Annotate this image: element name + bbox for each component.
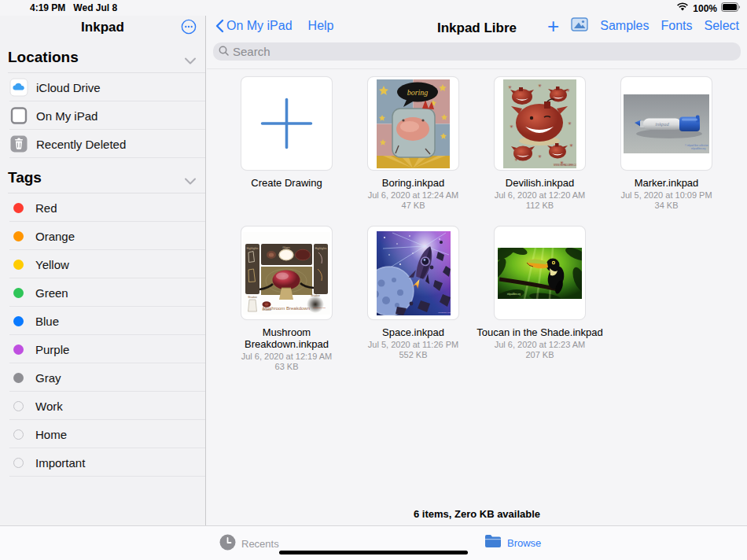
file-grid-row-1: Create Drawing <box>241 76 712 211</box>
svg-text:✳: ✳ <box>569 142 573 148</box>
photo-import-icon[interactable] <box>571 17 588 35</box>
marker-thumbnail-image: inkpad © inkpad libre collection inkpadl… <box>624 94 709 153</box>
tag-color-dot <box>13 203 24 213</box>
tag-label: Red <box>35 201 57 215</box>
file-tile-toucan[interactable]: inkpadlibre.org Toucan in the Shade.inkp… <box>494 226 586 372</box>
tag-label: Home <box>35 428 67 441</box>
file-tile-marker[interactable]: inkpad © inkpad libre collection inkpadl… <box>620 76 712 211</box>
add-button[interactable]: + <box>547 17 559 35</box>
svg-text:Shadow: Shadow <box>248 296 257 299</box>
create-drawing-tile[interactable]: Create Drawing <box>241 76 333 211</box>
file-size: 34 KB <box>602 201 731 211</box>
svg-text:✳: ✳ <box>538 153 542 159</box>
samples-button[interactable]: Samples <box>600 19 649 33</box>
back-button[interactable]: On My iPad <box>215 19 293 33</box>
file-meta: Jul 6, 2020 at 12:19 AM 63 KB <box>222 352 351 372</box>
file-size: 112 KB <box>475 201 605 211</box>
tab-browse[interactable]: Browse <box>484 534 541 551</box>
tag-label: Blue <box>35 315 59 328</box>
tag-label: Orange <box>35 230 75 243</box>
tag-color-dot <box>13 373 24 383</box>
file-thumbnail[interactable]: inkpadlibre.org <box>367 226 459 320</box>
sidebar-tag-home[interactable]: Home <box>0 420 205 448</box>
sidebar-tag-work[interactable]: Work <box>0 392 205 420</box>
search-bar-row: Search <box>207 38 747 69</box>
file-date: Jul 6, 2020 at 12:24 AM <box>348 190 478 201</box>
svg-text:✳: ✳ <box>508 84 512 90</box>
svg-text:inkpadlibre.org: inkpadlibre.org <box>507 293 521 296</box>
file-thumbnail[interactable]: inkpad © inkpad libre collection inkpadl… <box>620 76 712 171</box>
sidebar-item-recently-deleted[interactable]: Recently Deleted <box>0 130 205 158</box>
file-date: Jul 5, 2020 at 10:09 PM <box>602 190 731 201</box>
file-thumbnail[interactable]: boring <box>367 76 459 171</box>
more-options-button[interactable] <box>181 19 197 35</box>
file-size: 207 KB <box>475 350 605 360</box>
file-meta: Jul 6, 2020 at 12:23 AM 207 KB <box>475 340 605 360</box>
file-browser-main: On My iPad Help Inkpad Libre + Samples F… <box>207 16 747 525</box>
file-name: Devilish.inkpad <box>475 177 605 189</box>
folder-icon <box>484 534 502 551</box>
file-date: Jul 6, 2020 at 12:19 AM <box>222 352 351 362</box>
locations-section-header[interactable]: Locations <box>0 49 205 72</box>
file-tile-devilish[interactable]: ✳✳✳ ✳✳✳ ✳✳✳ <box>494 76 586 211</box>
sidebar-tag-yellow[interactable]: Yellow <box>0 250 205 278</box>
file-thumbnail[interactable]: Highlights Highlights Glows <box>241 226 333 320</box>
fonts-button[interactable]: Fonts <box>661 19 693 33</box>
chevron-left-icon <box>215 19 224 33</box>
file-meta: Jul 5, 2020 at 11:26 PM 552 KB <box>348 340 478 360</box>
svg-text:inkpadlibre.org: inkpadlibre.org <box>313 307 326 309</box>
sidebar-tag-purple[interactable]: Purple <box>0 335 205 363</box>
tab-recents[interactable]: Recents <box>219 534 279 554</box>
file-tile-boring[interactable]: boring Boring.inkpad Jul 6, 2020 at 12:2… <box>367 76 459 211</box>
battery-icon <box>721 2 741 14</box>
sidebar-item-icloud-drive[interactable]: iCloud Drive <box>0 73 205 101</box>
mushroom-thumbnail-image: Highlights Highlights Glows <box>243 232 330 315</box>
svg-text:Glows: Glows <box>282 245 290 249</box>
file-tile-mushroom[interactable]: Highlights Highlights Glows <box>241 226 333 372</box>
chevron-down-icon <box>185 53 196 68</box>
tab-recents-label: Recents <box>241 538 279 550</box>
file-date: Jul 6, 2020 at 12:20 AM <box>475 190 605 201</box>
sidebar: Inkpad Locations iCloud Drive On My iPad <box>0 16 206 525</box>
sidebar-tag-red[interactable]: Red <box>0 193 205 222</box>
tag-color-dot <box>13 288 24 298</box>
tags-section-header[interactable]: Tags <box>0 169 205 193</box>
file-name: Toucan in the Shade.inkpad <box>475 326 605 338</box>
tag-label: Important <box>35 456 85 470</box>
svg-text:Highlights: Highlights <box>315 246 327 249</box>
select-button[interactable]: Select <box>705 19 739 33</box>
tag-label: Purple <box>35 343 69 356</box>
sidebar-item-on-my-ipad[interactable]: On My iPad <box>0 101 205 130</box>
sidebar-item-label: On My iPad <box>36 109 98 123</box>
help-button[interactable]: Help <box>308 19 334 33</box>
sidebar-tag-gray[interactable]: Gray <box>0 363 205 392</box>
create-drawing-card[interactable] <box>241 76 333 171</box>
boring-thumbnail-image: boring <box>377 79 450 168</box>
sidebar-tag-orange[interactable]: Orange <box>0 222 205 250</box>
tag-color-dot <box>13 260 24 270</box>
tag-label: Green <box>35 286 68 300</box>
file-thumbnail[interactable]: inkpadlibre.org <box>494 226 586 320</box>
sidebar-item-label: Recently Deleted <box>36 138 126 151</box>
devilish-thumbnail-image: ✳✳✳ ✳✳✳ ✳✳✳ <box>503 79 576 168</box>
tab-browse-label: Browse <box>507 537 541 549</box>
space-thumbnail-image: inkpadlibre.org <box>377 231 451 315</box>
plus-icon <box>241 76 332 171</box>
svg-text:WWW.INKPADLIBRE.COM: WWW.INKPADLIBRE.COM <box>554 164 576 167</box>
svg-text:✳: ✳ <box>538 83 542 88</box>
sidebar-tag-blue[interactable]: Blue <box>0 307 205 335</box>
file-size: 552 KB <box>348 350 478 360</box>
file-tile-space[interactable]: inkpadlibre.org Space.inkpad Jul 5, 2020… <box>367 226 459 372</box>
file-thumbnail[interactable]: ✳✳✳ ✳✳✳ ✳✳✳ <box>494 76 586 171</box>
search-icon <box>219 45 229 59</box>
home-indicator[interactable] <box>279 551 468 554</box>
tags-section-title: Tags <box>8 169 42 186</box>
svg-text:inkpadlibre.org: inkpadlibre.org <box>691 147 706 150</box>
tag-color-dot <box>13 344 24 355</box>
divider <box>9 476 205 477</box>
sidebar-tag-important[interactable]: Important <box>0 448 205 477</box>
status-bar: 4:19 PM Wed Jul 8 100% <box>0 0 747 16</box>
sidebar-tag-green[interactable]: Green <box>0 278 205 307</box>
search-input[interactable]: Search <box>213 42 741 61</box>
battery-percent: 100% <box>693 3 717 14</box>
